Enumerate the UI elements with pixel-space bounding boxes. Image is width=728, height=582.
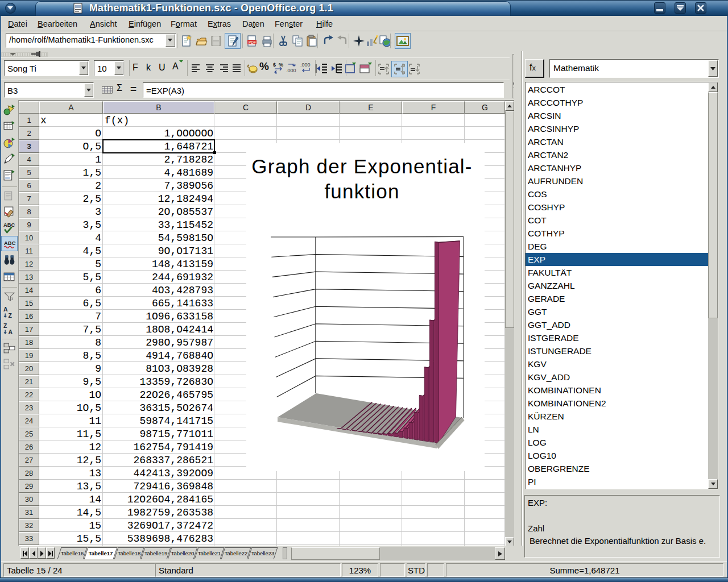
svg-text:A: A xyxy=(8,329,13,335)
svg-text:ABC: ABC xyxy=(3,222,15,228)
svg-text:A: A xyxy=(3,306,8,313)
svg-text:Z: Z xyxy=(3,323,7,329)
svg-text:ABC: ABC xyxy=(4,240,16,246)
svg-text:Z: Z xyxy=(8,313,12,319)
